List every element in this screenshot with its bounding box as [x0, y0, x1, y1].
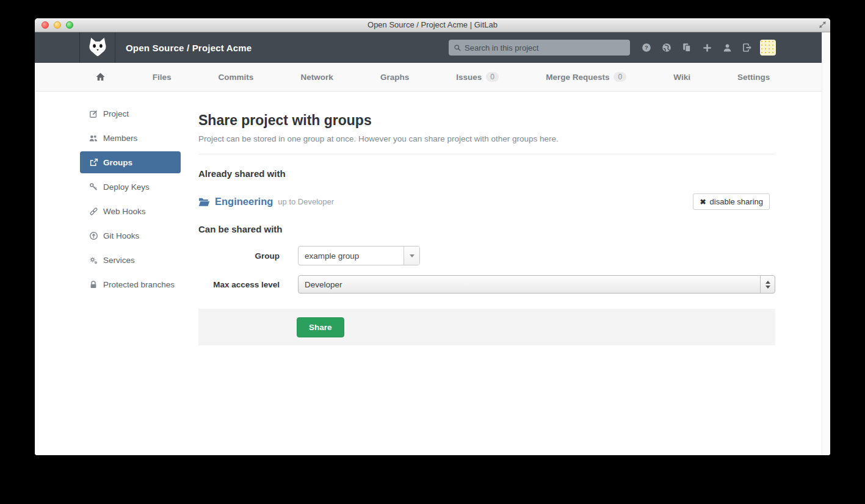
- main-panel: Share project with groups Project can be…: [198, 92, 775, 455]
- chevron-down-icon: [410, 254, 414, 257]
- issues-count-badge: 0: [486, 72, 499, 82]
- tab-files[interactable]: Files: [153, 73, 172, 82]
- share-icon: [89, 157, 98, 167]
- user-avatar[interactable]: [760, 40, 776, 56]
- minimize-window-button[interactable]: [54, 21, 61, 29]
- page-title: Share project with groups: [198, 112, 775, 129]
- titlebar: Open Source / Project Acme | GitLab: [35, 18, 830, 32]
- project-breadcrumb-title: Open Source / Project Acme: [126, 43, 252, 53]
- search-box: [449, 40, 630, 56]
- home-icon: [95, 72, 106, 82]
- new-project-plus-icon[interactable]: [702, 43, 712, 52]
- stepper-down-icon: [765, 286, 770, 289]
- sidebar-item-members[interactable]: Members: [80, 127, 181, 149]
- already-shared-heading: Already shared with: [198, 168, 775, 179]
- tab-merge-requests[interactable]: Merge Requests0: [546, 72, 626, 82]
- users-icon: [89, 133, 98, 143]
- window-scrollbar[interactable]: [822, 32, 830, 455]
- sidebar-item-services[interactable]: Services: [80, 249, 181, 271]
- tab-settings[interactable]: Settings: [737, 73, 770, 82]
- logout-icon[interactable]: [742, 43, 752, 52]
- snippets-copy-icon[interactable]: [682, 43, 692, 52]
- shared-group-link[interactable]: Engineering: [215, 196, 273, 207]
- search-icon: [454, 44, 461, 52]
- link-icon: [89, 206, 98, 216]
- tab-network[interactable]: Network: [301, 73, 333, 82]
- max-access-select-value: Developer: [299, 280, 342, 289]
- tab-commits[interactable]: Commits: [219, 73, 254, 82]
- select-stepper-area: [760, 276, 775, 293]
- sidebar-item-deploy-keys[interactable]: Deploy Keys: [80, 176, 181, 198]
- max-access-form-row: Max access level Developer: [198, 275, 775, 293]
- help-icon[interactable]: ?: [642, 43, 651, 52]
- max-access-label: Max access level: [198, 280, 280, 289]
- search-input[interactable]: [465, 43, 625, 52]
- remove-x-icon: ✖: [700, 198, 706, 206]
- window-title: Open Source / Project Acme | GitLab: [35, 18, 830, 32]
- project-tabs: Files Commits Network Graphs Issues0 Mer…: [35, 63, 830, 92]
- sidebar-item-web-hooks[interactable]: Web Hooks: [80, 200, 181, 222]
- fullscreen-resize-icon[interactable]: [818, 20, 827, 32]
- close-window-button[interactable]: [42, 21, 49, 29]
- merge-requests-count-badge: 0: [613, 72, 626, 82]
- sidebar-item-project[interactable]: Project: [80, 103, 181, 124]
- dropdown-arrow-area: [404, 247, 419, 265]
- can-be-shared-heading: Can be shared with: [198, 224, 775, 234]
- shared-group-row: Engineering up to Developer ✖ disable sh…: [198, 193, 775, 210]
- git-hook-icon: [89, 231, 98, 240]
- navbar-spacer: [35, 32, 79, 63]
- sidebar-item-git-hooks[interactable]: Git Hooks: [80, 225, 181, 247]
- navbar-icon-group: ?: [642, 32, 752, 63]
- app-navbar: Open Source / Project Acme ?: [35, 32, 830, 63]
- gitlab-fox-icon: [87, 37, 109, 59]
- disable-sharing-button[interactable]: ✖ disable sharing: [693, 193, 770, 210]
- group-select[interactable]: example group: [298, 246, 420, 265]
- globe-icon[interactable]: [662, 43, 671, 52]
- tab-home[interactable]: [95, 72, 106, 82]
- key-icon: [89, 182, 98, 192]
- tab-graphs[interactable]: Graphs: [380, 73, 409, 82]
- group-select-value: example group: [299, 251, 359, 261]
- sidebar-item-groups[interactable]: Groups: [80, 151, 181, 173]
- gears-icon: [89, 255, 98, 265]
- tab-issues[interactable]: Issues0: [456, 72, 499, 82]
- content-area: Project Members Groups Deploy Keys: [35, 92, 830, 455]
- stepper-up-icon: [765, 281, 770, 284]
- gitlab-logo[interactable]: [79, 32, 115, 63]
- group-form-row: Group example group: [198, 246, 775, 265]
- form-actions-panel: Share: [198, 309, 775, 345]
- zoom-window-button[interactable]: [66, 21, 73, 29]
- settings-sidebar: Project Members Groups Deploy Keys: [80, 92, 181, 455]
- page-description: Project can be stored in one group at on…: [198, 134, 775, 143]
- tab-wiki[interactable]: Wiki: [673, 73, 690, 82]
- share-button[interactable]: Share: [297, 317, 344, 337]
- profile-user-icon[interactable]: [722, 43, 732, 52]
- edit-icon: [89, 109, 98, 118]
- browser-window: Open Source / Project Acme | GitLab Open…: [35, 18, 830, 455]
- group-label: Group: [198, 251, 280, 261]
- shared-access-note: up to Developer: [278, 197, 334, 206]
- folder-open-icon: [198, 197, 210, 207]
- section-divider: [198, 154, 775, 154]
- lock-icon: [89, 279, 98, 289]
- max-access-select[interactable]: Developer: [298, 275, 775, 293]
- svg-text:?: ?: [645, 44, 648, 51]
- sidebar-item-protected-branches[interactable]: Protected branches: [80, 273, 181, 295]
